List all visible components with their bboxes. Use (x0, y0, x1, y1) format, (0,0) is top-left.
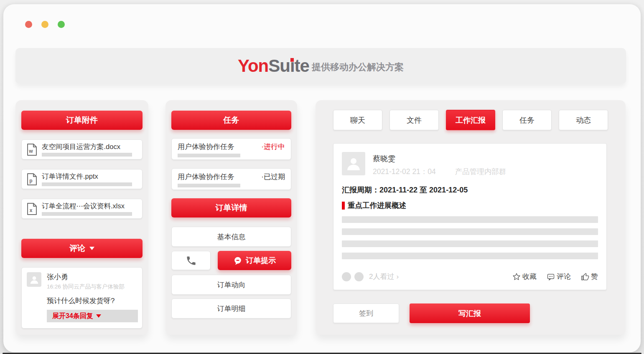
app-window: Yon Suite 提供移动办公解决方案 订单附件 w 友空间项目运营方案.do… (3, 4, 641, 352)
order-trend-label: 订单动向 (217, 280, 246, 290)
tab-chat[interactable]: 聊天 (333, 110, 382, 130)
order-detail-button[interactable]: 订单详情 (171, 198, 291, 217)
checkin-button[interactable]: 签到 (333, 303, 399, 323)
logo-tagline: 提供移动办公解决方案 (312, 61, 404, 73)
viewers-link[interactable]: 2人看过 › (342, 272, 399, 281)
task-placeholder-bar (178, 184, 240, 187)
order-items-label: 订单明细 (217, 304, 246, 314)
tab-label: 文件 (407, 115, 422, 125)
attachments-panel: 订单附件 w 友空间项目运营方案.docx p (15, 100, 148, 335)
tab-files[interactable]: 文件 (389, 110, 439, 130)
order-trend-item[interactable]: 订单动向 (171, 275, 291, 295)
tab-activity[interactable]: 动态 (559, 110, 608, 130)
chevron-down-icon (96, 314, 101, 318)
basic-info-label: 基本信息 (217, 232, 246, 242)
chevron-right-icon: › (396, 273, 399, 281)
report-period: 汇报周期：2021-11-22 至 2021-12-05 (342, 185, 598, 195)
task-status-badge: ·已过期 (261, 172, 285, 182)
order-items-item[interactable]: 订单明细 (171, 298, 291, 319)
workspace-tabs: 聊天 文件 工作汇报 任务 动态 (333, 110, 608, 130)
report-section-title: 重点工作进展概述 (348, 200, 406, 210)
maximize-window-icon[interactable] (58, 21, 65, 28)
tasks-button[interactable]: 任务 (171, 111, 291, 130)
comments-dropdown-button[interactable]: 评论 (21, 239, 143, 258)
task-item[interactable]: 用户体验协作任务 ·已过期 (171, 168, 291, 190)
basic-info-item[interactable]: 基本信息 (171, 227, 291, 247)
favorite-label: 收藏 (522, 272, 537, 281)
file-name: 友空间项目运营方案.docx (42, 142, 132, 152)
phone-icon (186, 255, 197, 266)
work-report-card: 蔡晓雯 2021-12-02 21：04 产品管理内部群 汇报周期：2021-1… (333, 143, 607, 290)
file-placeholder-bar (42, 212, 132, 216)
comment-meta: 16:26 协同云产品与客户体验部 (47, 283, 125, 291)
section-marker (342, 202, 345, 210)
report-group: 产品管理内部群 (455, 167, 507, 177)
favorite-button[interactable]: 收藏 (512, 272, 537, 281)
comment-item: 张小勇 16:26 协同云产品与客户体验部 预计什么时候发货呀? 展开34条回复 (21, 267, 143, 329)
star-icon (512, 273, 521, 281)
tab-label: 工作汇报 (456, 115, 486, 125)
tab-tasks[interactable]: 任务 (502, 110, 552, 130)
screenshot-stage: Yon Suite 提供移动办公解决方案 订单附件 w 友空间项目运营方案.do… (0, 0, 644, 354)
window-controls (25, 21, 65, 28)
order-attachments-label: 订单附件 (66, 115, 98, 126)
tab-work-report[interactable]: 工作汇报 (446, 110, 495, 130)
placeholder-bar (342, 228, 598, 235)
word-file-icon: w (26, 143, 37, 156)
report-body-placeholder (342, 216, 598, 259)
order-alert-button[interactable]: 订单提示 (218, 251, 291, 270)
tab-label: 聊天 (350, 115, 365, 125)
person-icon (345, 155, 362, 172)
file-placeholder-bar (42, 153, 132, 157)
logo-yon-text: Yon (238, 56, 268, 76)
comment-button[interactable]: 评论 (547, 272, 571, 281)
comment-author: 张小勇 (47, 272, 125, 282)
svg-text:p: p (29, 178, 32, 184)
viewers-count: 2人看过 (369, 272, 394, 281)
close-window-icon[interactable] (25, 21, 32, 28)
placeholder-bar (342, 253, 598, 259)
expand-replies-label: 展开34条回复 (52, 312, 93, 321)
placeholder-bar (342, 216, 598, 223)
file-name: 订单全流程⋯会议资料.xlsx (42, 202, 132, 211)
person-icon (29, 274, 40, 285)
like-button[interactable]: 赞 (581, 272, 598, 281)
avatar (342, 152, 365, 175)
file-item-docx[interactable]: w 友空间项目运营方案.docx (21, 139, 143, 159)
tasks-order-panel: 任务 用户体验协作任务 ·进行中 用户体验协作任务 ·已过期 订单详情 (165, 100, 297, 335)
call-button[interactable] (171, 251, 211, 270)
file-name: 订单详情文件.pptx (42, 172, 132, 181)
report-timestamp: 2021-12-02 21：04 (373, 167, 436, 177)
task-title: 用户体验协作任务 (178, 172, 234, 182)
thumbs-up-icon (581, 273, 589, 281)
comment-text: 预计什么时候发货呀? (47, 296, 137, 306)
excel-file-icon: x (26, 202, 37, 215)
order-alert-label: 订单提示 (246, 255, 276, 266)
task-status-badge: ·进行中 (261, 142, 285, 152)
order-attachments-button[interactable]: 订单附件 (21, 111, 143, 130)
write-report-label: 写汇报 (458, 308, 481, 319)
chat-bubble-icon (233, 256, 242, 266)
like-label: 赞 (591, 272, 598, 281)
task-item[interactable]: 用户体验协作任务 ·进行中 (171, 138, 291, 160)
yonsuite-logo: Yon Suite 提供移动办公解决方案 (238, 56, 404, 76)
placeholder-bar (342, 240, 598, 247)
svg-text:w: w (28, 148, 33, 154)
tasks-label: 任务 (224, 115, 239, 126)
minimize-window-icon[interactable] (41, 21, 48, 28)
tab-label: 动态 (576, 115, 591, 125)
file-item-xlsx[interactable]: x 订单全流程⋯会议资料.xlsx (21, 199, 143, 219)
workspace-panel: 聊天 文件 工作汇报 任务 动态 (316, 100, 626, 335)
file-placeholder-bar (42, 182, 132, 186)
expand-replies-button[interactable]: 展开34条回复 (47, 310, 138, 322)
comments-label: 评论 (69, 243, 85, 254)
task-placeholder-bar (178, 154, 240, 157)
file-item-pptx[interactable]: p 订单详情文件.pptx (21, 169, 143, 189)
task-title: 用户体验协作任务 (178, 142, 234, 152)
write-report-button[interactable]: 写汇报 (410, 303, 530, 323)
tab-label: 任务 (519, 115, 535, 125)
report-author: 蔡晓雯 (373, 154, 506, 164)
checkin-label: 签到 (359, 308, 373, 318)
chevron-down-icon (89, 247, 94, 250)
comment-label: 评论 (557, 272, 571, 281)
